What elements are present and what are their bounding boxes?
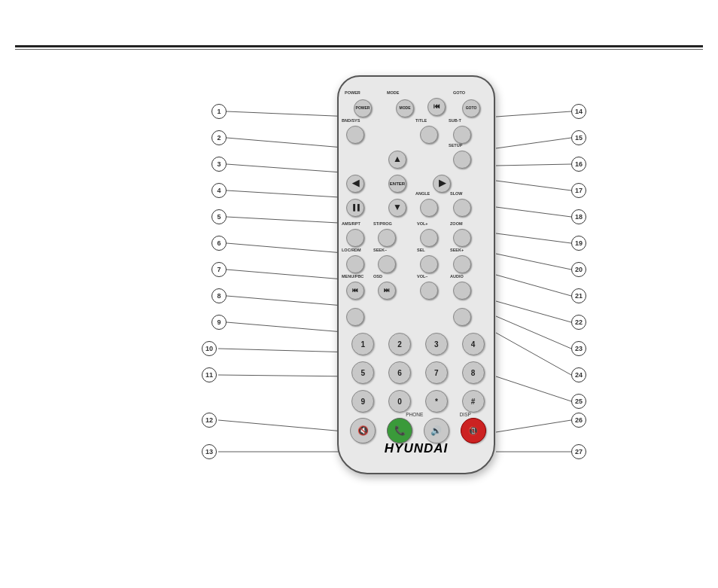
label-slow: SLOW [450,191,463,196]
svg-line-2 [227,164,352,173]
bottom-buttons: 🔇 📞 🔊 📵 [345,418,491,443]
osd-button[interactable]: ⏭ [378,282,396,300]
svg-line-21 [496,301,571,322]
mute-button[interactable]: 🔇 [350,418,376,443]
top-border-thick [15,45,703,47]
label-subt: SUB-T [449,118,461,123]
goto-button[interactable]: GOTO [462,99,480,117]
label-angle: ANGLE [415,191,430,196]
callout-2: 2 [211,130,227,145]
callout-1: 1 [211,104,227,119]
num1-button[interactable]: 1 [351,333,374,355]
phone-label: PHONE [406,412,423,417]
label-goto: GOTO [453,90,465,95]
num3-button[interactable]: 3 [425,333,448,355]
callout-19: 19 [571,236,586,251]
svg-line-9 [218,349,352,352]
callout-25: 25 [571,394,586,409]
numhash-button[interactable]: # [462,390,485,413]
end-button[interactable]: 📵 [461,418,486,443]
num7-button[interactable]: 7 [425,361,448,384]
setup-button[interactable] [453,151,471,169]
mode-button[interactable]: MODE [396,99,414,117]
svg-line-15 [496,164,571,166]
subt-button[interactable] [453,126,471,144]
num9-button[interactable]: 9 [351,390,374,413]
audio-button[interactable] [453,282,471,300]
phone-disp-labels: PHONE DISP [346,412,489,417]
callout-18: 18 [571,209,586,224]
svg-line-3 [227,190,352,198]
extra-right-button[interactable] [453,308,471,326]
callout-6: 6 [211,236,227,251]
left-button[interactable]: ◀ [346,175,364,193]
callout-17: 17 [571,183,586,198]
speaker-button[interactable]: 🔊 [424,418,449,443]
zoom-button[interactable] [453,229,471,247]
num8-button[interactable]: 8 [462,361,485,384]
svg-line-17 [496,207,571,217]
top-border-thin [15,49,703,50]
callout-7: 7 [211,262,227,277]
callout-21: 21 [571,288,586,303]
answer-button[interactable]: 📞 [387,418,412,443]
extra-left-button[interactable] [346,308,364,326]
label-title: TITLE [415,118,427,123]
num2-button[interactable]: 2 [388,333,411,355]
svg-line-6 [227,270,352,280]
down-button[interactable]: ▼ [388,199,406,217]
callout-5: 5 [211,209,227,224]
stprog-button[interactable] [378,229,396,247]
svg-line-18 [496,233,571,243]
svg-line-13 [496,111,571,117]
title-button[interactable] [420,126,438,144]
slow-button[interactable] [453,199,471,217]
num4-button[interactable]: 4 [462,333,485,355]
callout-23: 23 [571,341,586,356]
svg-line-10 [218,375,352,376]
num5-button[interactable]: 5 [351,361,374,384]
callout-16: 16 [571,157,586,172]
label-menupbc: MENU/PBC [342,274,364,279]
label-osd: OSD [373,274,382,279]
callout-10: 10 [202,341,217,356]
menupbc-button[interactable]: ⏮ [346,282,364,300]
num0-button[interactable]: 0 [388,390,411,413]
numstar-button[interactable]: * [425,390,448,413]
power-button[interactable]: POWER [354,99,372,117]
num6-button[interactable]: 6 [388,361,411,384]
svg-line-11 [218,420,352,432]
playpause-button[interactable]: ⏮ [427,98,446,116]
seekminus-button[interactable] [378,255,396,273]
volminus-button[interactable] [420,282,438,300]
hyundai-logo: HYUNDAI [385,441,448,456]
label-volminus: VOL– [417,274,427,279]
callout-27: 27 [571,444,586,459]
pausestep-button[interactable]: ▐▐ [346,199,364,217]
page: 1 2 3 4 5 6 7 8 9 10 11 12 13 14 15 16 1… [0,0,718,588]
numpad-area: 1 2 3 4 5 6 7 8 9 0 * # [345,333,491,419]
locrdm-button[interactable] [346,255,364,273]
callout-20: 20 [571,262,586,277]
svg-line-16 [496,181,571,190]
sel-button[interactable] [420,255,438,273]
svg-line-8 [227,322,352,333]
label-seekminus: SEEK– [373,248,387,252]
enter-button[interactable]: ENTER [388,175,406,193]
label-volplus: VOL+ [417,221,428,226]
svg-line-24 [496,376,571,401]
amsrpt-button[interactable] [346,229,364,247]
callout-15: 15 [571,130,586,145]
label-setup: SETUP [449,143,462,148]
bndsys-button[interactable] [346,126,364,144]
callout-24: 24 [571,367,586,382]
remote-body: POWER MODE ⏮ GOTO POWER MODE GOTO BND/SY… [337,75,495,474]
up-button[interactable]: ▲ [388,151,406,169]
svg-line-22 [496,316,571,349]
label-amsrpt: AMS/RPT [342,221,361,226]
label-mode: MODE [387,90,400,95]
angle-button[interactable] [420,199,438,217]
volplus-button[interactable] [420,229,438,247]
seekplus-button[interactable] [453,255,471,273]
right-button[interactable]: ▶ [433,175,451,193]
